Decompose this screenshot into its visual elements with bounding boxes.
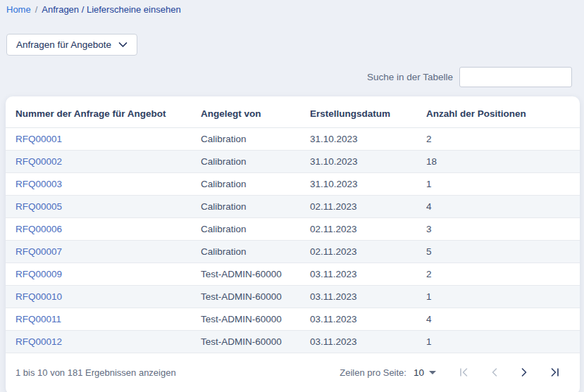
column-header-positions: Anzahl der Positionen xyxy=(426,96,580,128)
rows-per-page-select[interactable]: 10 xyxy=(414,367,436,378)
breadcrumb-home-link[interactable]: Home xyxy=(6,4,31,15)
cell-rfq-number: RFQ00010 xyxy=(6,286,201,308)
cell-created-by: Calibration xyxy=(201,218,310,241)
request-type-dropdown[interactable]: Anfragen für Angebote xyxy=(6,34,137,56)
cell-created-on: 31.10.2023 xyxy=(310,151,426,173)
rfq-link[interactable]: RFQ00010 xyxy=(15,291,62,302)
previous-page-button[interactable] xyxy=(479,364,509,381)
cell-created-on: 31.10.2023 xyxy=(310,173,426,196)
cell-positions: 3 xyxy=(426,218,580,241)
cell-positions: 2 xyxy=(426,128,580,151)
rfq-link[interactable]: RFQ00003 xyxy=(15,179,62,189)
rfq-link[interactable]: RFQ00007 xyxy=(15,246,62,257)
cell-rfq-number: RFQ00011 xyxy=(6,308,201,331)
cell-positions: 2 xyxy=(426,263,580,286)
table-row: RFQ00002Calibration31.10.202318 xyxy=(6,151,580,173)
rfq-link[interactable]: RFQ00012 xyxy=(15,336,62,347)
last-page-icon xyxy=(549,367,560,377)
rfq-link[interactable]: RFQ00006 xyxy=(15,224,62,234)
chevron-down-icon xyxy=(118,42,128,48)
table-search-label: Suche in der Tabelle xyxy=(367,72,453,82)
table-row: RFQ00006Calibration02.11.20233 xyxy=(6,218,580,241)
cell-rfq-number: RFQ00012 xyxy=(6,331,201,353)
last-page-button[interactable] xyxy=(540,364,570,381)
cell-created-on: 03.11.2023 xyxy=(310,331,426,353)
cell-positions: 1 xyxy=(426,173,580,196)
cell-rfq-number: RFQ00005 xyxy=(6,196,201,218)
cell-created-on: 03.11.2023 xyxy=(310,263,426,286)
cell-created-by: Test-ADMIN-60000 xyxy=(201,331,310,353)
cell-created-by: Test-ADMIN-60000 xyxy=(201,308,310,331)
cell-positions: 5 xyxy=(426,241,580,263)
page: Home / Anfragen / Lieferscheine einsehen… xyxy=(0,0,584,392)
cell-created-on: 02.11.2023 xyxy=(310,218,426,241)
rows-per-page-value: 10 xyxy=(414,367,424,378)
column-header-created-on: Erstellungsdatum xyxy=(310,96,426,128)
request-type-dropdown-label: Anfragen für Angebote xyxy=(16,39,111,50)
cell-rfq-number: RFQ00002 xyxy=(6,151,201,173)
rfq-link[interactable]: RFQ00009 xyxy=(15,269,62,279)
cell-created-by: Calibration xyxy=(201,173,310,196)
breadcrumb-separator: / xyxy=(35,4,38,15)
table-search-row: Suche in der Tabelle xyxy=(6,67,578,87)
cell-created-on: 31.10.2023 xyxy=(310,128,426,151)
rfq-table-card: Nummer der Anfrage für Angebot Angelegt … xyxy=(6,96,580,392)
cell-rfq-number: RFQ00009 xyxy=(6,263,201,286)
column-header-rfq-number: Nummer der Anfrage für Angebot xyxy=(6,96,201,128)
table-row: RFQ00003Calibration31.10.20231 xyxy=(6,173,580,196)
cell-rfq-number: RFQ00006 xyxy=(6,218,201,241)
cell-positions: 18 xyxy=(426,151,580,173)
chevron-right-icon xyxy=(521,367,528,377)
cell-created-by: Calibration xyxy=(201,128,310,151)
cell-rfq-number: RFQ00001 xyxy=(6,128,201,151)
table-footer: 1 bis 10 von 181 Ergebnissen anzeigen Ze… xyxy=(6,353,580,392)
rfq-link[interactable]: RFQ00001 xyxy=(15,134,62,144)
table-row: RFQ00009Test-ADMIN-6000003.11.20232 xyxy=(6,263,580,286)
cell-positions: 4 xyxy=(426,196,580,218)
table-search-input[interactable] xyxy=(459,67,572,87)
cell-created-by: Test-ADMIN-60000 xyxy=(201,286,310,308)
breadcrumb-current: Anfragen / Lieferscheine einsehen xyxy=(42,4,180,15)
table-row: RFQ00010Test-ADMIN-6000003.11.20231 xyxy=(6,286,580,308)
cell-rfq-number: RFQ00007 xyxy=(6,241,201,263)
first-page-button[interactable] xyxy=(449,364,479,381)
rfq-table: Nummer der Anfrage für Angebot Angelegt … xyxy=(6,96,580,353)
pagination-controls: Zeilen pro Seite: 10 xyxy=(340,364,570,381)
table-header-row: Nummer der Anfrage für Angebot Angelegt … xyxy=(6,96,580,128)
rows-per-page-label: Zeilen pro Seite: xyxy=(340,367,406,378)
rfq-link[interactable]: RFQ00005 xyxy=(15,201,62,212)
cell-created-by: Calibration xyxy=(201,241,310,263)
cell-created-by: Calibration xyxy=(201,151,310,173)
breadcrumb: Home / Anfragen / Lieferscheine einsehen xyxy=(6,3,578,15)
table-row: RFQ00011Test-ADMIN-6000003.11.20234 xyxy=(6,308,580,331)
table-row: RFQ00001Calibration31.10.20232 xyxy=(6,128,580,151)
cell-created-on: 03.11.2023 xyxy=(310,286,426,308)
cell-created-by: Test-ADMIN-60000 xyxy=(201,263,310,286)
cell-positions: 1 xyxy=(426,286,580,308)
cell-rfq-number: RFQ00003 xyxy=(6,173,201,196)
column-header-created-by: Angelegt von xyxy=(201,96,310,128)
next-page-button[interactable] xyxy=(509,364,540,381)
cell-positions: 4 xyxy=(426,308,580,331)
cell-created-on: 03.11.2023 xyxy=(310,308,426,331)
rfq-link[interactable]: RFQ00002 xyxy=(15,156,62,167)
cell-created-on: 02.11.2023 xyxy=(310,241,426,263)
cell-positions: 1 xyxy=(426,331,580,353)
cell-created-on: 02.11.2023 xyxy=(310,196,426,218)
table-row: RFQ00012Test-ADMIN-6000003.11.20231 xyxy=(6,331,580,353)
table-row: RFQ00007Calibration02.11.20235 xyxy=(6,241,580,263)
first-page-icon xyxy=(459,367,469,377)
rfq-link[interactable]: RFQ00011 xyxy=(15,314,61,324)
results-count-text: 1 bis 10 von 181 Ergebnissen anzeigen xyxy=(15,367,176,378)
pager xyxy=(449,364,570,381)
caret-down-icon xyxy=(429,371,436,374)
table-row: RFQ00005Calibration02.11.20234 xyxy=(6,196,580,218)
cell-created-by: Calibration xyxy=(201,196,310,218)
chevron-left-icon xyxy=(490,367,498,377)
